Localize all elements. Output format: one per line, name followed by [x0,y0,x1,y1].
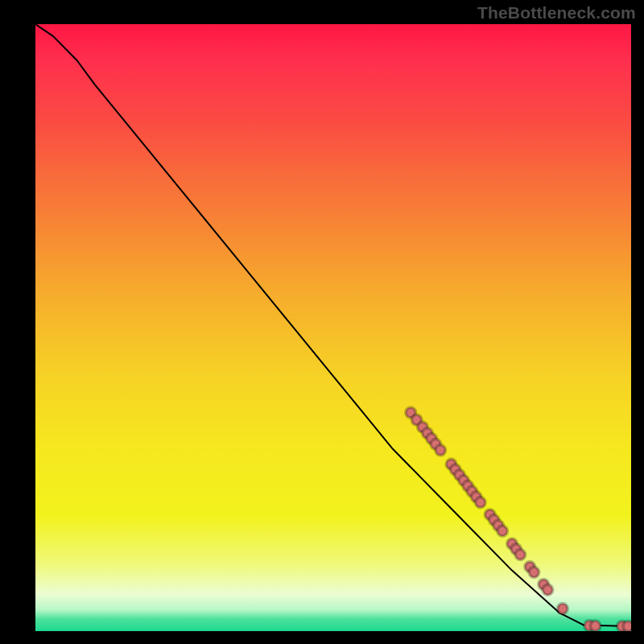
data-point-marker [558,604,568,614]
data-point-marker [529,567,539,577]
data-point-marker [497,526,508,536]
chart-svg [35,24,631,631]
data-point-marker [543,584,553,595]
bottleneck-curve [35,24,631,626]
data-point-marker [436,445,446,456]
data-point-marker [475,497,485,508]
data-markers [406,407,631,631]
data-point-marker [515,550,526,560]
chart-container: TheBottleneck.com [0,0,644,644]
plot-area [35,24,631,631]
watermark-label: TheBottleneck.com [477,3,636,23]
data-point-marker [590,621,601,631]
data-point-marker [623,621,631,631]
